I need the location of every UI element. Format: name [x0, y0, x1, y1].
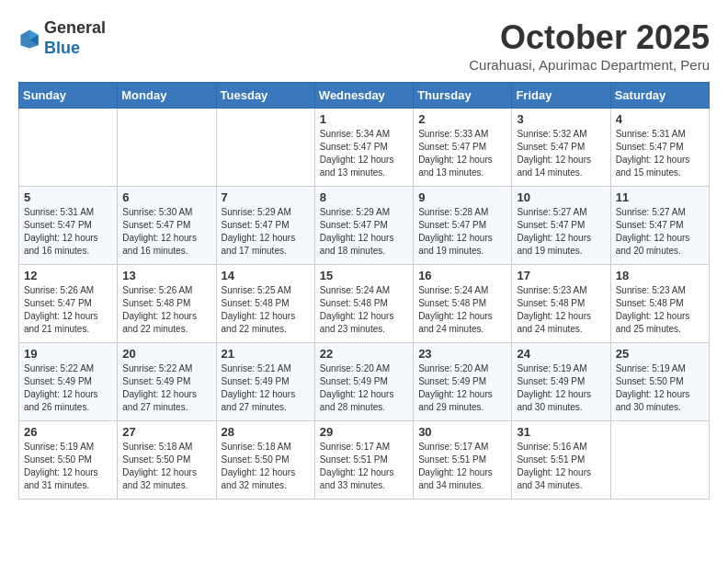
- calendar-cell: 1Sunrise: 5:34 AMSunset: 5:47 PMDaylight…: [314, 109, 413, 187]
- month-title: October 2025: [469, 18, 710, 57]
- calendar-cell: 9Sunrise: 5:28 AMSunset: 5:47 PMDaylight…: [414, 187, 512, 265]
- day-number: 5: [24, 190, 112, 204]
- day-info: Sunrise: 5:22 AMSunset: 5:49 PMDaylight:…: [122, 362, 210, 414]
- calendar-week-row: 12Sunrise: 5:26 AMSunset: 5:47 PMDayligh…: [19, 265, 710, 343]
- day-number: 7: [222, 190, 310, 204]
- day-info: Sunrise: 5:34 AMSunset: 5:47 PMDaylight:…: [320, 128, 408, 179]
- day-info: Sunrise: 5:30 AMSunset: 5:47 PMDaylight:…: [122, 206, 210, 258]
- calendar-cell: 19Sunrise: 5:22 AMSunset: 5:49 PMDayligh…: [19, 343, 118, 421]
- calendar-cell: [118, 109, 216, 187]
- logo: General Blue: [18, 18, 106, 58]
- day-info: Sunrise: 5:21 AMSunset: 5:49 PMDaylight:…: [222, 362, 310, 414]
- calendar-cell: 2Sunrise: 5:33 AMSunset: 5:47 PMDaylight…: [414, 109, 512, 187]
- weekday-header-row: SundayMondayTuesdayWednesdayThursdayFrid…: [19, 83, 710, 109]
- location-subtitle: Curahuasi, Apurimac Department, Peru: [469, 57, 710, 73]
- day-number: 30: [418, 425, 506, 439]
- day-info: Sunrise: 5:26 AMSunset: 5:48 PMDaylight:…: [122, 284, 210, 336]
- day-number: 9: [418, 190, 506, 204]
- day-info: Sunrise: 5:18 AMSunset: 5:50 PMDaylight:…: [222, 441, 310, 492]
- calendar-cell: 11Sunrise: 5:27 AMSunset: 5:47 PMDayligh…: [610, 187, 709, 265]
- day-info: Sunrise: 5:19 AMSunset: 5:50 PMDaylight:…: [616, 362, 704, 414]
- day-info: Sunrise: 5:17 AMSunset: 5:51 PMDaylight:…: [418, 441, 506, 492]
- day-info: Sunrise: 5:28 AMSunset: 5:47 PMDaylight:…: [418, 206, 506, 258]
- calendar-cell: 7Sunrise: 5:29 AMSunset: 5:47 PMDaylight…: [216, 187, 314, 265]
- logo-text: General Blue: [44, 18, 106, 58]
- calendar-week-row: 26Sunrise: 5:19 AMSunset: 5:50 PMDayligh…: [19, 421, 710, 500]
- day-number: 1: [320, 112, 408, 126]
- day-number: 19: [24, 347, 112, 361]
- day-info: Sunrise: 5:22 AMSunset: 5:49 PMDaylight:…: [24, 362, 112, 414]
- day-number: 16: [418, 269, 506, 282]
- day-number: 18: [616, 269, 704, 282]
- calendar-cell: 29Sunrise: 5:17 AMSunset: 5:51 PMDayligh…: [314, 421, 413, 500]
- calendar-cell: 10Sunrise: 5:27 AMSunset: 5:47 PMDayligh…: [512, 187, 610, 265]
- day-number: 15: [320, 269, 408, 282]
- calendar-cell: 24Sunrise: 5:19 AMSunset: 5:49 PMDayligh…: [512, 343, 610, 421]
- calendar-cell: 14Sunrise: 5:25 AMSunset: 5:48 PMDayligh…: [216, 265, 314, 343]
- page-header: General Blue October 2025 Curahuasi, Apu…: [18, 18, 710, 73]
- calendar-cell: 27Sunrise: 5:18 AMSunset: 5:50 PMDayligh…: [118, 421, 216, 500]
- weekday-header-tuesday: Tuesday: [216, 83, 314, 109]
- calendar-cell: 3Sunrise: 5:32 AMSunset: 5:47 PMDaylight…: [512, 109, 610, 187]
- calendar-cell: 16Sunrise: 5:24 AMSunset: 5:48 PMDayligh…: [414, 265, 512, 343]
- calendar-cell: 17Sunrise: 5:23 AMSunset: 5:48 PMDayligh…: [512, 265, 610, 343]
- day-info: Sunrise: 5:33 AMSunset: 5:47 PMDaylight:…: [418, 128, 506, 179]
- day-number: 20: [122, 347, 210, 361]
- calendar-week-row: 5Sunrise: 5:31 AMSunset: 5:47 PMDaylight…: [19, 187, 710, 265]
- day-info: Sunrise: 5:16 AMSunset: 5:51 PMDaylight:…: [517, 441, 605, 492]
- calendar-cell: 22Sunrise: 5:20 AMSunset: 5:49 PMDayligh…: [314, 343, 413, 421]
- weekday-header-sunday: Sunday: [19, 83, 118, 109]
- day-info: Sunrise: 5:31 AMSunset: 5:47 PMDaylight:…: [616, 128, 704, 179]
- day-info: Sunrise: 5:25 AMSunset: 5:48 PMDaylight:…: [222, 284, 310, 336]
- day-info: Sunrise: 5:27 AMSunset: 5:47 PMDaylight:…: [517, 206, 605, 258]
- calendar-cell: [19, 109, 118, 187]
- weekday-header-saturday: Saturday: [610, 83, 709, 109]
- calendar-cell: 18Sunrise: 5:23 AMSunset: 5:48 PMDayligh…: [610, 265, 709, 343]
- day-number: 2: [418, 112, 506, 126]
- day-number: 23: [418, 347, 506, 361]
- day-number: 10: [517, 190, 605, 204]
- weekday-header-friday: Friday: [512, 83, 610, 109]
- day-number: 24: [517, 347, 605, 361]
- logo-icon: [18, 28, 40, 50]
- day-number: 3: [517, 112, 605, 126]
- logo-general: General: [44, 18, 106, 37]
- day-number: 13: [122, 269, 210, 282]
- day-number: 8: [320, 190, 408, 204]
- day-info: Sunrise: 5:17 AMSunset: 5:51 PMDaylight:…: [320, 441, 408, 492]
- calendar-cell: 13Sunrise: 5:26 AMSunset: 5:48 PMDayligh…: [118, 265, 216, 343]
- day-number: 6: [122, 190, 210, 204]
- day-info: Sunrise: 5:19 AMSunset: 5:49 PMDaylight:…: [517, 362, 605, 414]
- day-info: Sunrise: 5:26 AMSunset: 5:47 PMDaylight:…: [24, 284, 112, 336]
- calendar-cell: 31Sunrise: 5:16 AMSunset: 5:51 PMDayligh…: [512, 421, 610, 500]
- day-number: 28: [222, 425, 310, 439]
- day-info: Sunrise: 5:23 AMSunset: 5:48 PMDaylight:…: [517, 284, 605, 336]
- calendar-week-row: 19Sunrise: 5:22 AMSunset: 5:49 PMDayligh…: [19, 343, 710, 421]
- day-number: 22: [320, 347, 408, 361]
- weekday-header-monday: Monday: [118, 83, 216, 109]
- day-number: 4: [616, 112, 704, 126]
- calendar-week-row: 1Sunrise: 5:34 AMSunset: 5:47 PMDaylight…: [19, 109, 710, 187]
- calendar-cell: 12Sunrise: 5:26 AMSunset: 5:47 PMDayligh…: [19, 265, 118, 343]
- day-number: 21: [222, 347, 310, 361]
- day-info: Sunrise: 5:31 AMSunset: 5:47 PMDaylight:…: [24, 206, 112, 258]
- day-info: Sunrise: 5:19 AMSunset: 5:50 PMDaylight:…: [24, 441, 112, 492]
- day-info: Sunrise: 5:24 AMSunset: 5:48 PMDaylight:…: [320, 284, 408, 336]
- day-number: 27: [122, 425, 210, 439]
- calendar-cell: [216, 109, 314, 187]
- calendar-cell: 26Sunrise: 5:19 AMSunset: 5:50 PMDayligh…: [19, 421, 118, 500]
- weekday-header-thursday: Thursday: [414, 83, 512, 109]
- calendar-cell: [610, 421, 709, 500]
- day-number: 14: [222, 269, 310, 282]
- calendar-cell: 6Sunrise: 5:30 AMSunset: 5:47 PMDaylight…: [118, 187, 216, 265]
- day-info: Sunrise: 5:20 AMSunset: 5:49 PMDaylight:…: [418, 362, 506, 414]
- calendar-cell: 15Sunrise: 5:24 AMSunset: 5:48 PMDayligh…: [314, 265, 413, 343]
- day-number: 31: [517, 425, 605, 439]
- calendar-cell: 8Sunrise: 5:29 AMSunset: 5:47 PMDaylight…: [314, 187, 413, 265]
- day-info: Sunrise: 5:20 AMSunset: 5:49 PMDaylight:…: [320, 362, 408, 414]
- calendar-cell: 5Sunrise: 5:31 AMSunset: 5:47 PMDaylight…: [19, 187, 118, 265]
- calendar-cell: 4Sunrise: 5:31 AMSunset: 5:47 PMDaylight…: [610, 109, 709, 187]
- day-number: 11: [616, 190, 704, 204]
- day-info: Sunrise: 5:29 AMSunset: 5:47 PMDaylight:…: [320, 206, 408, 258]
- day-number: 25: [616, 347, 704, 361]
